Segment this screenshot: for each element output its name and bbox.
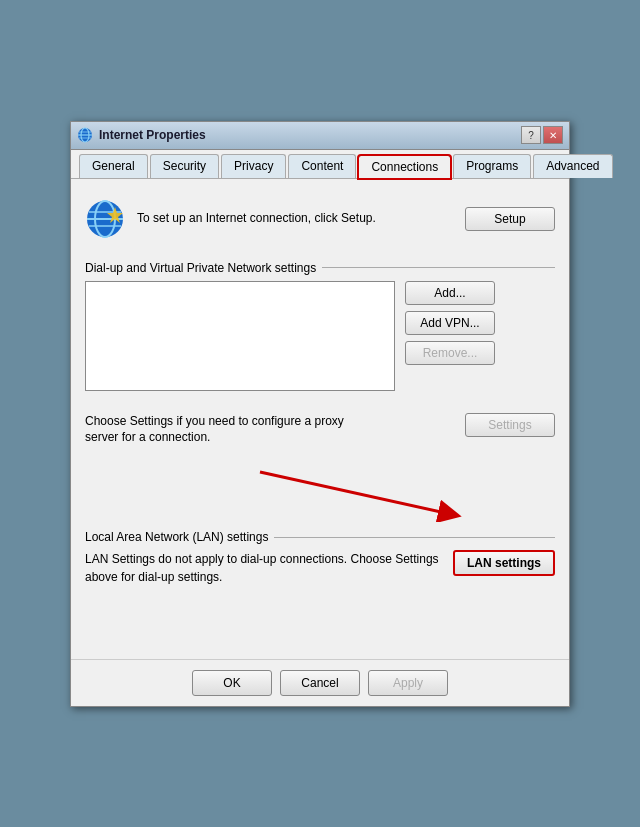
tabs-bar: General Security Privacy Content Connect…	[71, 150, 569, 179]
tab-privacy[interactable]: Privacy	[221, 154, 286, 178]
internet-properties-window: Internet Properties ? ✕ General Security…	[70, 121, 570, 707]
vpn-buttons: Add... Add VPN... Remove...	[405, 281, 495, 399]
settings-button[interactable]: Settings	[465, 413, 555, 437]
proxy-row: Choose Settings if you need to configure…	[85, 413, 555, 453]
titlebar: Internet Properties ? ✕	[71, 122, 569, 150]
setup-button[interactable]: Setup	[465, 207, 555, 231]
remove-button[interactable]: Remove...	[405, 341, 495, 365]
dialup-section-title: Dial-up and Virtual Private Network sett…	[85, 261, 555, 275]
add-button[interactable]: Add...	[405, 281, 495, 305]
cancel-button[interactable]: Cancel	[280, 670, 360, 696]
ie-icon	[77, 127, 93, 143]
add-vpn-button[interactable]: Add VPN...	[405, 311, 495, 335]
tab-connections[interactable]: Connections	[358, 155, 451, 179]
tab-general[interactable]: General	[79, 154, 148, 178]
dialup-list[interactable]	[85, 281, 395, 391]
setup-row: To set up an Internet connection, click …	[85, 193, 555, 245]
arrow-area	[85, 462, 555, 522]
ok-button[interactable]: OK	[192, 670, 272, 696]
tab-security[interactable]: Security	[150, 154, 219, 178]
window-title: Internet Properties	[99, 128, 206, 142]
bottom-bar: OK Cancel Apply	[71, 659, 569, 706]
lan-row: LAN Settings do not apply to dial-up con…	[85, 550, 555, 586]
lan-settings-button[interactable]: LAN settings	[453, 550, 555, 576]
lan-text: LAN Settings do not apply to dial-up con…	[85, 550, 441, 586]
close-button[interactable]: ✕	[543, 126, 563, 144]
titlebar-left: Internet Properties	[77, 127, 206, 143]
vpn-section: Add... Add VPN... Remove...	[85, 281, 555, 399]
tab-content[interactable]: Content	[288, 154, 356, 178]
proxy-text: Choose Settings if you need to configure…	[85, 413, 375, 447]
titlebar-buttons: ? ✕	[521, 126, 563, 144]
help-button[interactable]: ?	[521, 126, 541, 144]
lan-section-title: Local Area Network (LAN) settings	[85, 530, 555, 544]
content-area: To set up an Internet connection, click …	[71, 179, 569, 659]
setup-text: To set up an Internet connection, click …	[137, 210, 453, 227]
tab-programs[interactable]: Programs	[453, 154, 531, 178]
arrow-svg	[85, 462, 555, 522]
lan-section: Local Area Network (LAN) settings LAN Se…	[85, 530, 555, 586]
tab-advanced[interactable]: Advanced	[533, 154, 612, 178]
apply-button[interactable]: Apply	[368, 670, 448, 696]
svg-line-11	[260, 472, 450, 514]
internet-icon	[85, 199, 125, 239]
